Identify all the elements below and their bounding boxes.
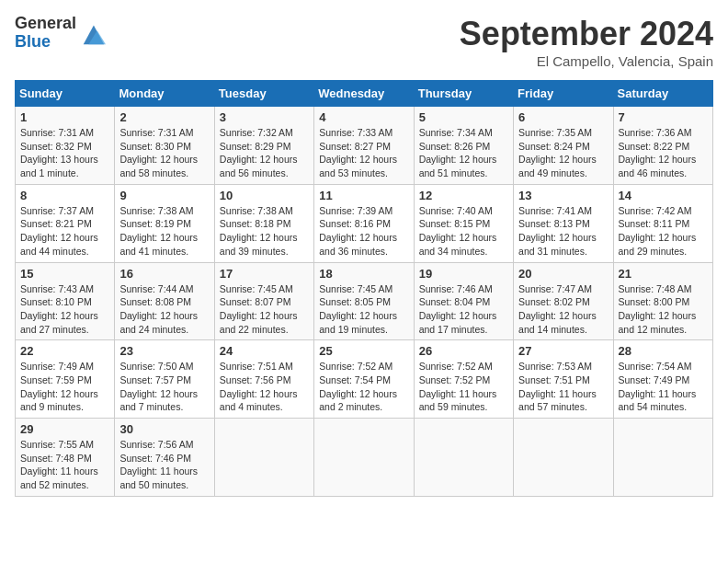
calendar-day: 29Sunrise: 7:55 AM Sunset: 7:48 PM Dayli…: [16, 419, 115, 497]
calendar-day: 5Sunrise: 7:34 AM Sunset: 8:26 PM Daylig…: [414, 107, 513, 185]
calendar-day: 18Sunrise: 7:45 AM Sunset: 8:05 PM Dayli…: [314, 262, 414, 340]
title-block: September 2024 El Campello, Valencia, Sp…: [460, 15, 713, 69]
calendar-day: 12Sunrise: 7:40 AM Sunset: 8:15 PM Dayli…: [414, 184, 513, 262]
weekday-header: Friday: [514, 81, 613, 107]
weekday-header: Sunday: [16, 81, 115, 107]
calendar-day: 8Sunrise: 7:37 AM Sunset: 8:21 PM Daylig…: [16, 184, 115, 262]
calendar-day: 26Sunrise: 7:52 AM Sunset: 7:52 PM Dayli…: [414, 340, 513, 419]
calendar-day: 17Sunrise: 7:45 AM Sunset: 8:07 PM Dayli…: [214, 262, 313, 340]
calendar-day: 2Sunrise: 7:31 AM Sunset: 8:30 PM Daylig…: [115, 107, 214, 185]
page-header: General Blue September 2024 El Campello,…: [15, 15, 713, 69]
calendar-day: 6Sunrise: 7:35 AM Sunset: 8:24 PM Daylig…: [514, 107, 613, 185]
calendar-day: 27Sunrise: 7:53 AM Sunset: 7:51 PM Dayli…: [514, 340, 613, 419]
calendar-day: 10Sunrise: 7:38 AM Sunset: 8:18 PM Dayli…: [214, 184, 313, 262]
calendar-day: 30Sunrise: 7:56 AM Sunset: 7:46 PM Dayli…: [115, 419, 214, 497]
weekday-header: Saturday: [613, 81, 712, 107]
calendar-day: 11Sunrise: 7:39 AM Sunset: 8:16 PM Dayli…: [314, 184, 414, 262]
calendar-day: [613, 419, 712, 497]
calendar-day: 28Sunrise: 7:54 AM Sunset: 7:49 PM Dayli…: [613, 340, 712, 419]
calendar-day: 14Sunrise: 7:42 AM Sunset: 8:11 PM Dayli…: [613, 184, 712, 262]
calendar-header-row: SundayMondayTuesdayWednesdayThursdayFrid…: [16, 81, 713, 107]
logo: General Blue: [15, 15, 106, 52]
calendar-day: 25Sunrise: 7:52 AM Sunset: 7:54 PM Dayli…: [314, 340, 414, 419]
logo-text: General Blue: [15, 15, 76, 52]
calendar-day: 1Sunrise: 7:31 AM Sunset: 8:32 PM Daylig…: [16, 107, 115, 185]
calendar-day: 23Sunrise: 7:50 AM Sunset: 7:57 PM Dayli…: [115, 340, 214, 419]
calendar-day: [214, 419, 313, 497]
weekday-header: Wednesday: [314, 81, 414, 107]
calendar-day: [314, 419, 414, 497]
calendar-day: 7Sunrise: 7:36 AM Sunset: 8:22 PM Daylig…: [613, 107, 712, 185]
calendar-day: 22Sunrise: 7:49 AM Sunset: 7:59 PM Dayli…: [16, 340, 115, 419]
calendar-day: 24Sunrise: 7:51 AM Sunset: 7:56 PM Dayli…: [214, 340, 313, 419]
calendar-day: 21Sunrise: 7:48 AM Sunset: 8:00 PM Dayli…: [613, 262, 712, 340]
calendar-day: [414, 419, 513, 497]
calendar-day: 19Sunrise: 7:46 AM Sunset: 8:04 PM Dayli…: [414, 262, 513, 340]
calendar-day: 16Sunrise: 7:44 AM Sunset: 8:08 PM Dayli…: [115, 262, 214, 340]
calendar-day: 15Sunrise: 7:43 AM Sunset: 8:10 PM Dayli…: [16, 262, 115, 340]
calendar-day: 20Sunrise: 7:47 AM Sunset: 8:02 PM Dayli…: [514, 262, 613, 340]
logo-blue: Blue: [15, 33, 76, 52]
calendar-day: [514, 419, 613, 497]
location: El Campello, Valencia, Spain: [460, 53, 713, 69]
calendar-day: 9Sunrise: 7:38 AM Sunset: 8:19 PM Daylig…: [115, 184, 214, 262]
calendar-day: 4Sunrise: 7:33 AM Sunset: 8:27 PM Daylig…: [314, 107, 414, 185]
weekday-header: Monday: [115, 81, 214, 107]
calendar-day: 13Sunrise: 7:41 AM Sunset: 8:13 PM Dayli…: [514, 184, 613, 262]
logo-icon: [80, 20, 106, 46]
calendar-table: SundayMondayTuesdayWednesdayThursdayFrid…: [15, 80, 713, 497]
calendar-day: 3Sunrise: 7:32 AM Sunset: 8:29 PM Daylig…: [214, 107, 313, 185]
weekday-header: Tuesday: [214, 81, 313, 107]
weekday-header: Thursday: [414, 81, 513, 107]
logo-general: General: [15, 15, 76, 33]
month-title: September 2024: [460, 15, 713, 53]
